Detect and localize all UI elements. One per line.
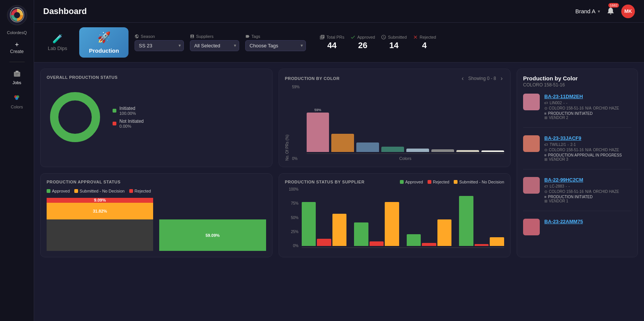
stacked-segment-empty bbox=[47, 219, 153, 251]
header-right: Brand A ▾ 1682 MK bbox=[575, 5, 635, 18]
supplier-card-header: PRODUCTION STATUS BY SUPPLIER Approved R… bbox=[285, 180, 505, 184]
tab-production[interactable]: 🚀 Production bbox=[79, 27, 128, 58]
bar-2 bbox=[356, 142, 379, 152]
stat-submitted: Submitted 14 bbox=[381, 34, 407, 50]
right-panel: Production by Color COLORO 158-51-16 BA-… bbox=[517, 69, 638, 257]
pr-details-2: BA-22-99HC2CM 🏷 LC-2883 - - ⊙ COLORO 158… bbox=[544, 177, 631, 203]
v3-rejected-bar bbox=[422, 243, 436, 246]
supplier-chart-wrapper: 100% 75% 50% 25% 0% bbox=[285, 187, 505, 248]
suppliers-filter-group: Suppliers All Selected Vendor 1 Vendor 2… bbox=[190, 34, 239, 51]
v1-rejected-bar bbox=[317, 239, 331, 246]
rejected-dot bbox=[129, 189, 133, 193]
dashboard-grid: OVERALL PRODUCTION STATUS Initiated 100.… bbox=[34, 63, 644, 263]
chart-next-btn[interactable]: › bbox=[499, 75, 504, 82]
tags-select[interactable]: Choose Tags bbox=[245, 40, 306, 51]
legend-approved: Approved bbox=[47, 189, 70, 193]
stacked-bar-group-0: 9.09% 31.82% bbox=[47, 198, 153, 251]
colors-icon bbox=[11, 92, 22, 103]
bar-col-5 bbox=[431, 85, 454, 152]
chart-prev-btn[interactable]: ‹ bbox=[460, 75, 465, 82]
stat-total-prs: Total PRs 44 bbox=[320, 34, 344, 50]
production-by-color-title: PRODUCTION BY COLOR bbox=[285, 76, 340, 81]
approval-legend: Approved Submitted - No Decision Rejecte… bbox=[47, 189, 266, 193]
main-content: Dashboard Brand A ▾ 1682 MK 🧪 Lab Dips bbox=[34, 0, 644, 321]
v3-submitted-bar bbox=[437, 219, 452, 246]
season-select[interactable]: SS 23 AW 23 SS 24 bbox=[135, 40, 184, 51]
user-avatar[interactable]: MK bbox=[621, 5, 635, 18]
supplier-y-axis: 100% 75% 50% 25% 0% bbox=[285, 187, 299, 248]
create-button[interactable]: + Create bbox=[10, 41, 24, 54]
donut-container: Initiated 100.00% Not Initiated 0.00% bbox=[47, 84, 266, 150]
v4-rejected-bar bbox=[475, 244, 489, 246]
pr-title-0[interactable]: BA-23-11DM2EH bbox=[544, 94, 631, 99]
bar-4 bbox=[406, 149, 429, 152]
stacked-segment-rejected: 9.09% bbox=[47, 198, 153, 203]
stats-row: Total PRs 44 Approved 26 Submitted 14 bbox=[320, 34, 436, 50]
bar-5 bbox=[431, 149, 454, 152]
lab-dips-icon: 🧪 bbox=[52, 34, 63, 44]
submitted-value: 14 bbox=[389, 41, 398, 50]
notification-button[interactable]: 1682 bbox=[606, 6, 615, 17]
bar-3 bbox=[381, 147, 404, 152]
bar-col-2 bbox=[356, 85, 379, 152]
supplier-legend: Approved Rejected Submitted - No Decisio… bbox=[400, 180, 504, 184]
svg-point-10 bbox=[54, 96, 96, 138]
color-icon-2: ⊙ bbox=[544, 189, 547, 194]
suppliers-label: Suppliers bbox=[190, 34, 239, 39]
svg-point-8 bbox=[16, 97, 18, 100]
legend-not-initiated: Not Initiated 0.00% bbox=[113, 119, 144, 128]
pr-item-2: BA-22-99HC2CM 🏷 LC-2883 - - ⊙ COLORO 158… bbox=[523, 177, 631, 211]
status-icon-1: ≡ bbox=[544, 153, 547, 157]
pr-vendor-1: ⊞ VENDOR 3 bbox=[544, 157, 631, 161]
sidebar-item-colors[interactable]: Colors bbox=[11, 92, 23, 109]
vendor-4-bars bbox=[459, 187, 504, 246]
pr-swatch-1 bbox=[523, 135, 540, 152]
brand-selector[interactable]: Brand A ▾ bbox=[575, 8, 600, 14]
overall-status-card: OVERALL PRODUCTION STATUS Initiated 100.… bbox=[40, 69, 273, 167]
initiated-dot bbox=[113, 109, 116, 113]
bar-col-7 bbox=[481, 85, 504, 152]
supplier-legend-submitted-dot bbox=[454, 180, 458, 184]
v2-approved-bar bbox=[354, 222, 368, 246]
pr-status-0: ≡ PRODUCTION INITIATED bbox=[544, 111, 631, 116]
pr-coloro-1: ⊙ COLORO 158-51-16 N/A ORCHID HAZE bbox=[544, 148, 631, 152]
stacked-bars-container: 9.09% 31.82% 59.09% bbox=[47, 198, 266, 251]
rejected-value: 4 bbox=[422, 41, 427, 50]
legend-rejected: Rejected bbox=[129, 189, 151, 193]
color-icon-1: ⊙ bbox=[544, 148, 547, 152]
bar-col-4 bbox=[406, 85, 429, 152]
supplier-legend-approved-dot bbox=[400, 180, 404, 184]
bar-1 bbox=[331, 134, 354, 152]
right-panel-title: Production by Color bbox=[523, 75, 631, 81]
v1-submitted-bar bbox=[332, 214, 347, 246]
pr-title-3[interactable]: BA-23-22AMM75 bbox=[544, 219, 631, 224]
season-filter-group: Season SS 23 AW 23 SS 24 bbox=[135, 34, 184, 51]
v2-rejected-bar bbox=[370, 241, 384, 246]
supplier-legend-rejected: Rejected bbox=[428, 180, 449, 184]
notification-badge: 1682 bbox=[608, 3, 619, 8]
pr-title-1[interactable]: BA-23-33JACF9 bbox=[544, 135, 631, 141]
bars-area: 59% bbox=[307, 85, 505, 161]
pr-swatch-3 bbox=[523, 219, 540, 235]
pr-swatch-2 bbox=[523, 177, 540, 194]
pr-title-2[interactable]: BA-22-99HC2CM bbox=[544, 177, 631, 183]
vendor-1-bars bbox=[302, 187, 347, 246]
production-by-color-card: PRODUCTION BY COLOR ‹ Showing 0 - 8 › No… bbox=[279, 69, 511, 167]
vendor-icon-2: ⊞ bbox=[544, 199, 547, 203]
v4-submitted-bar bbox=[490, 237, 504, 246]
suppliers-select[interactable]: All Selected Vendor 1 Vendor 2 Vendor 3 bbox=[190, 40, 239, 51]
stacked-segment-submitted: 31.82% bbox=[47, 203, 153, 220]
app-logo bbox=[6, 5, 28, 29]
tab-lab-dips[interactable]: 🧪 Lab Dips bbox=[42, 31, 73, 54]
supplier-status-card: PRODUCTION STATUS BY SUPPLIER Approved R… bbox=[279, 173, 511, 257]
right-panel-subtitle: COLORO 158-51-16 bbox=[523, 82, 631, 88]
v2-submitted-bar bbox=[385, 202, 399, 246]
pr-details-0: BA-23-11DM2EH 🏷 LIN002 - - ⊙ COLORO 158-… bbox=[544, 94, 631, 120]
sidebar-item-jobs[interactable]: Jobs bbox=[12, 68, 22, 85]
pr-tag-icon-0: 🏷 bbox=[544, 101, 548, 105]
bar-col-3 bbox=[381, 85, 404, 152]
supplier-legend-submitted: Submitted - No Decision bbox=[454, 180, 504, 184]
y-ticks: 59% 0% bbox=[292, 85, 304, 161]
supplier-legend-approved: Approved bbox=[400, 180, 423, 184]
bars-container: 59% bbox=[307, 85, 505, 154]
